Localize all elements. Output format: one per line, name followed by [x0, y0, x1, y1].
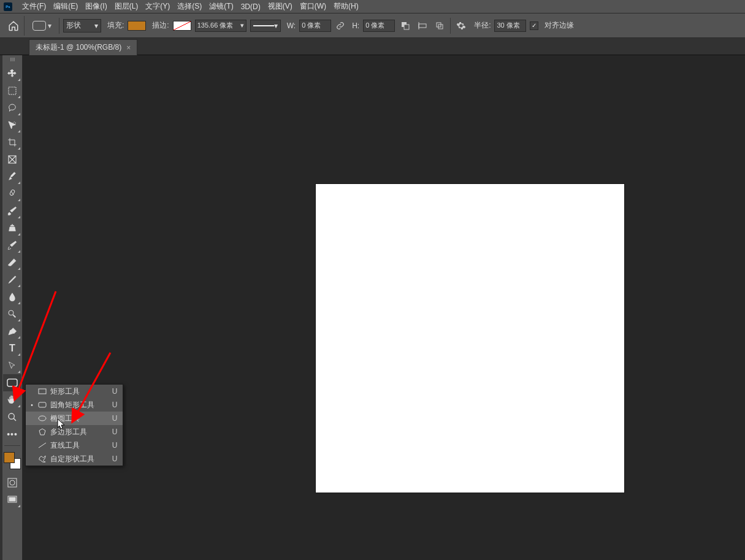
document-tab[interactable]: 未标题-1 @ 100%(RGB/8) × — [29, 39, 137, 55]
radius-input[interactable]: 30 像素 — [494, 20, 526, 32]
flyout-polygon-tool[interactable]: 多边形工具 U — [26, 425, 123, 439]
menu-image[interactable]: 图像(I) — [82, 1, 110, 12]
radius-label: 半径: — [474, 20, 491, 31]
eyedropper-tool-icon[interactable] — [3, 168, 21, 185]
history-brush-tool-icon[interactable] — [3, 237, 21, 254]
stroke-label: 描边: — [152, 20, 169, 31]
svg-rect-20 — [39, 402, 46, 407]
line-icon — [37, 442, 48, 448]
fill-label: 填充: — [107, 20, 124, 31]
lasso-tool-icon[interactable] — [3, 99, 21, 117]
shape-mode-label: 形状 — [66, 20, 81, 31]
stroke-style-dropdown[interactable]: ▾ — [250, 20, 281, 32]
document-canvas[interactable] — [316, 184, 624, 493]
menu-window[interactable]: 窗口(W) — [296, 1, 330, 12]
align-edges-label: 对齐边缘 — [544, 20, 574, 31]
svg-line-27 — [77, 353, 110, 414]
ellipse-icon — [37, 415, 48, 421]
svg-rect-15 — [8, 478, 17, 487]
healing-brush-tool-icon[interactable] — [3, 185, 21, 202]
polygon-icon — [37, 428, 48, 435]
crop-tool-icon[interactable] — [3, 134, 21, 151]
svg-rect-2 — [419, 24, 426, 28]
app-icon: Ps — [4, 2, 12, 11]
menu-type[interactable]: 文字(Y) — [142, 1, 174, 12]
tool-preset-picker[interactable]: ▾ — [28, 17, 55, 34]
shape-mode-dropdown[interactable]: 形状 ▾ — [63, 19, 101, 33]
stroke-width-input[interactable]: 135.66 像素▾ — [195, 20, 246, 32]
edit-toolbar-icon[interactable]: ••• — [3, 426, 21, 443]
svg-point-16 — [10, 480, 15, 485]
menu-edit[interactable]: 编辑(E) — [50, 1, 82, 12]
home-button[interactable] — [2, 16, 25, 36]
main-area: T ••• — [0, 55, 745, 560]
rounded-rectangle-icon — [37, 402, 48, 408]
cursor-icon — [57, 418, 66, 431]
close-tab-icon[interactable]: × — [126, 44, 131, 52]
quick-select-tool-icon[interactable] — [3, 117, 21, 134]
color-swatch-control[interactable] — [4, 452, 21, 469]
svg-rect-18 — [9, 497, 15, 501]
custom-shape-icon — [37, 455, 48, 462]
menu-select[interactable]: 选择(S) — [174, 1, 205, 12]
flyout-line-tool[interactable]: 直线工具 U — [26, 439, 123, 452]
svg-point-14 — [9, 413, 14, 419]
menu-view[interactable]: 视图(V) — [264, 1, 296, 12]
width-input[interactable]: 0 像素 — [299, 20, 331, 32]
gear-icon[interactable] — [454, 19, 468, 33]
svg-point-21 — [39, 416, 46, 421]
annotation-arrow-1 — [13, 288, 62, 401]
flyout-custom-shape-tool[interactable]: 自定形状工具 U — [26, 452, 123, 466]
menu-layer[interactable]: 图层(L) — [111, 1, 142, 12]
quickmask-icon[interactable] — [3, 474, 21, 491]
menu-file[interactable]: 文件(F) — [18, 1, 50, 12]
menu-filter[interactable]: 滤镜(T) — [205, 1, 237, 12]
screenmode-icon[interactable] — [3, 491, 21, 508]
clone-stamp-tool-icon[interactable] — [3, 220, 21, 237]
annotation-arrow-2 — [71, 350, 120, 425]
svg-line-25 — [18, 291, 56, 391]
brush-tool-icon[interactable] — [3, 202, 21, 220]
options-bar: ▾ 形状 ▾ 填充: 描边: 135.66 像素▾ ▾ W: 0 像素 H: 0… — [0, 13, 745, 38]
toolbox-grip[interactable] — [3, 58, 21, 64]
move-tool-icon[interactable] — [3, 65, 21, 82]
path-operations-icon[interactable] — [399, 19, 412, 33]
svg-rect-1 — [404, 25, 409, 29]
svg-rect-6 — [9, 87, 16, 94]
eraser-tool-icon[interactable] — [3, 254, 21, 271]
gradient-tool-icon[interactable] — [3, 271, 21, 288]
fill-color-swatch[interactable] — [128, 21, 146, 31]
document-tab-title: 未标题-1 @ 100%(RGB/8) — [36, 42, 121, 53]
path-align-icon[interactable] — [416, 19, 429, 33]
svg-line-23 — [39, 443, 46, 448]
width-label: W: — [287, 21, 296, 30]
frame-tool-icon[interactable] — [3, 151, 21, 168]
marquee-tool-icon[interactable] — [3, 82, 21, 99]
menu-3d[interactable]: 3D(D) — [237, 2, 264, 11]
path-arrange-icon[interactable] — [433, 19, 446, 33]
zoom-tool-icon[interactable] — [3, 408, 21, 426]
align-edges-checkbox[interactable] — [530, 21, 538, 30]
svg-marker-22 — [39, 429, 45, 435]
document-tab-strip: 未标题-1 @ 100%(RGB/8) × — [0, 38, 745, 55]
link-wh-icon[interactable] — [335, 20, 346, 31]
stroke-color-swatch[interactable] — [173, 21, 191, 31]
height-input[interactable]: 0 像素 — [363, 20, 395, 32]
menu-bar: Ps 文件(F) 编辑(E) 图像(I) 图层(L) 文字(Y) 选择(S) 滤… — [0, 0, 745, 13]
canvas-viewport[interactable] — [23, 55, 745, 560]
height-label: H: — [352, 21, 359, 30]
menu-help[interactable]: 帮助(H) — [330, 1, 362, 12]
foreground-color-swatch[interactable] — [4, 452, 15, 463]
